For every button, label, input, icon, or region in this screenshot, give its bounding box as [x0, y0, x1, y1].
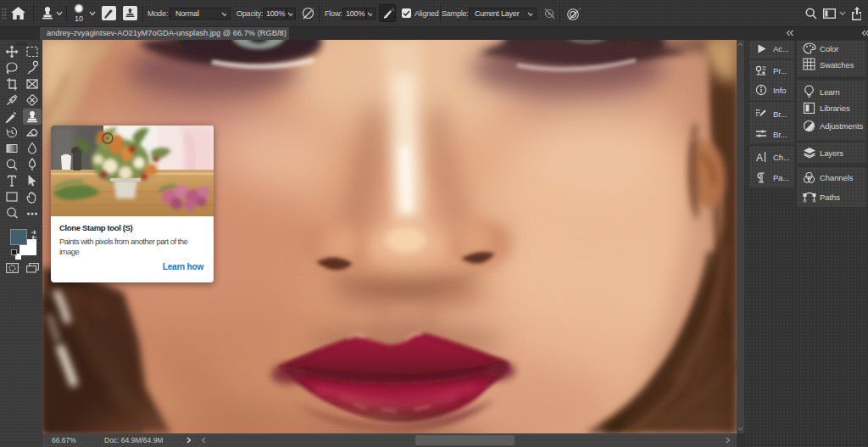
svg-text:A: A: [756, 152, 763, 164]
